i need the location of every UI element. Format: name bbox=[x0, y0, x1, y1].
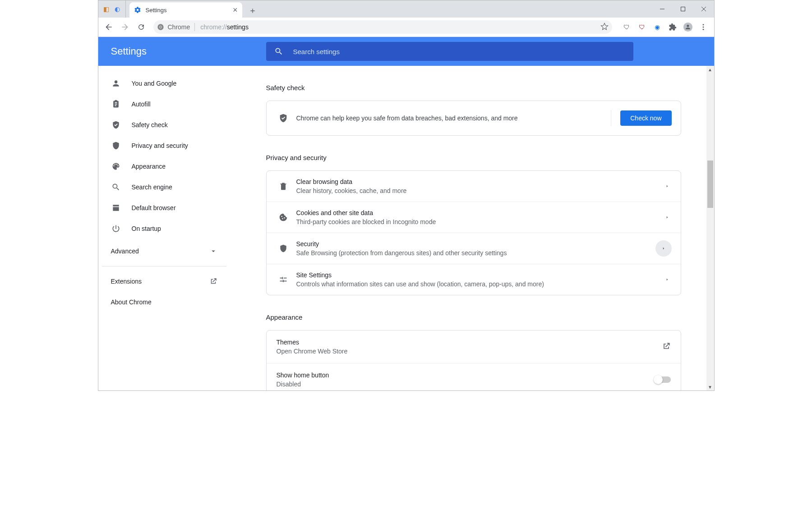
row-subtitle: Open Chrome Web Store bbox=[277, 348, 662, 355]
clipboard-icon bbox=[111, 100, 120, 109]
tab-close-button[interactable]: × bbox=[233, 6, 238, 14]
bookmark-star-icon[interactable] bbox=[600, 23, 609, 32]
safety-check-description: Chrome can help keep you safe from data … bbox=[296, 115, 602, 122]
site-identity-chip[interactable]: Chrome bbox=[157, 23, 196, 31]
sidebar-item-search-engine[interactable]: Search engine bbox=[98, 177, 230, 197]
sidebar-advanced-label: Advanced bbox=[111, 248, 139, 255]
window-minimize[interactable] bbox=[652, 0, 673, 18]
pinned-tab-2[interactable]: ◐ bbox=[113, 5, 122, 14]
settings-header: Settings bbox=[98, 37, 714, 66]
sidebar-about-label: About Chrome bbox=[111, 298, 152, 306]
scroll-up-icon[interactable]: ▲ bbox=[706, 66, 714, 73]
trash-icon bbox=[279, 182, 288, 191]
back-button[interactable] bbox=[102, 20, 115, 34]
search-settings-input[interactable] bbox=[292, 47, 625, 56]
search-icon bbox=[274, 47, 283, 56]
shield-icon bbox=[111, 141, 120, 150]
row-title: Show home button bbox=[277, 372, 655, 379]
row-subtitle: Third-party cookies are blocked in Incog… bbox=[296, 218, 655, 225]
caret-right-icon bbox=[663, 182, 672, 191]
chrome-icon bbox=[157, 23, 164, 31]
pinned-tab-1[interactable]: ◧ bbox=[102, 5, 111, 14]
section-title-safety: Safety check bbox=[266, 84, 681, 92]
window-maximize[interactable] bbox=[673, 0, 693, 18]
browser-menu-button[interactable] bbox=[699, 23, 708, 32]
sidebar-extensions-label: Extensions bbox=[111, 278, 142, 285]
row-title: Cookies and other site data bbox=[296, 209, 655, 216]
sidebar-item-appearance[interactable]: Appearance bbox=[98, 156, 230, 177]
palette-icon bbox=[111, 162, 120, 171]
appearance-list: ThemesOpen Chrome Web Store Show home bu… bbox=[266, 330, 681, 391]
sidebar-extensions-link[interactable]: Extensions bbox=[98, 271, 230, 292]
svg-rect-6 bbox=[681, 7, 685, 11]
content-scrollbar[interactable]: ▲ ▼ bbox=[706, 66, 714, 391]
sidebar-item-privacy[interactable]: Privacy and security bbox=[98, 135, 230, 156]
safety-check-card: Chrome can help keep you safe from data … bbox=[266, 101, 681, 136]
svg-point-7 bbox=[683, 23, 692, 32]
power-icon bbox=[111, 224, 120, 233]
shield-check-icon bbox=[111, 120, 120, 129]
row-subtitle: Disabled bbox=[277, 381, 655, 388]
window-icon bbox=[111, 203, 120, 212]
sidebar-item-you-and-google[interactable]: You and Google bbox=[98, 73, 230, 94]
sidebar-item-on-startup[interactable]: On startup bbox=[98, 218, 230, 239]
sidebar-item-autofill[interactable]: Autofill bbox=[98, 94, 230, 115]
row-show-home-button[interactable]: Show home buttonDisabled bbox=[267, 363, 681, 391]
sidebar-item-label: Default browser bbox=[132, 204, 176, 211]
sidebar-item-label: Privacy and security bbox=[132, 142, 188, 149]
caret-right-icon bbox=[655, 240, 672, 257]
window-close[interactable] bbox=[693, 0, 714, 18]
chevron-down-icon bbox=[209, 247, 217, 255]
settings-sidebar: You and Google Autofill Safety check Pri… bbox=[98, 66, 230, 391]
open-in-new-icon bbox=[209, 277, 217, 285]
scroll-thumb[interactable] bbox=[707, 161, 713, 208]
tab-settings[interactable]: Settings × bbox=[129, 2, 242, 18]
tab-strip: ◧ ◐ Settings × bbox=[98, 0, 714, 18]
row-subtitle: Controls what information sites can use … bbox=[296, 280, 655, 288]
row-cookies[interactable]: Cookies and other site dataThird-party c… bbox=[267, 202, 681, 233]
reload-button[interactable] bbox=[134, 20, 148, 34]
caret-right-icon bbox=[663, 275, 672, 284]
row-security[interactable]: SecuritySafe Browsing (protection from d… bbox=[267, 233, 681, 264]
tab-title: Settings bbox=[146, 7, 228, 14]
new-tab-button[interactable] bbox=[246, 4, 259, 18]
forward-button[interactable] bbox=[118, 20, 132, 34]
shield-icon bbox=[279, 244, 288, 253]
sidebar-item-label: On startup bbox=[132, 225, 161, 232]
site-identity-label: Chrome bbox=[168, 23, 190, 31]
sidebar-item-label: Autofill bbox=[132, 101, 151, 108]
sidebar-item-safety-check[interactable]: Safety check bbox=[98, 115, 230, 135]
plus-icon bbox=[249, 7, 256, 14]
address-bar[interactable]: Chrome chrome://settings bbox=[153, 20, 612, 34]
extension-icons: 🛡 🛡 ◉ bbox=[622, 23, 708, 32]
sidebar-advanced-toggle[interactable]: Advanced bbox=[98, 241, 230, 262]
search-icon bbox=[111, 183, 120, 192]
row-subtitle: Clear history, cookies, cache, and more bbox=[296, 187, 655, 194]
extension-ublock-icon[interactable]: 🛡 bbox=[622, 23, 631, 32]
sliders-icon bbox=[279, 275, 288, 284]
url-text: chrome://settings bbox=[200, 23, 249, 31]
extension-shield-red-icon[interactable]: 🛡 bbox=[637, 23, 646, 32]
pinned-tabs: ◧ ◐ bbox=[102, 0, 126, 18]
sidebar-item-default-browser[interactable]: Default browser bbox=[98, 197, 230, 218]
extensions-menu-icon[interactable] bbox=[668, 23, 677, 32]
cookie-icon bbox=[279, 213, 288, 222]
sidebar-about-link[interactable]: About Chrome bbox=[98, 292, 230, 312]
row-subtitle: Safe Browsing (protection from dangerous… bbox=[296, 249, 647, 257]
home-button-toggle[interactable] bbox=[655, 376, 671, 383]
row-site-settings[interactable]: Site SettingsControls what information s… bbox=[267, 264, 681, 295]
search-settings-box[interactable] bbox=[266, 42, 633, 61]
profile-avatar-icon[interactable] bbox=[683, 23, 692, 32]
check-now-button[interactable]: Check now bbox=[620, 110, 671, 126]
row-clear-browsing-data[interactable]: Clear browsing dataClear history, cookie… bbox=[267, 171, 681, 202]
extension-circle-icon[interactable]: ◉ bbox=[653, 23, 662, 32]
privacy-list: Clear browsing dataClear history, cookie… bbox=[266, 170, 681, 295]
page-title: Settings bbox=[111, 46, 266, 57]
scroll-down-icon[interactable]: ▼ bbox=[706, 383, 714, 391]
row-title: Security bbox=[296, 240, 647, 248]
sidebar-item-label: Appearance bbox=[132, 163, 166, 170]
caret-right-icon bbox=[663, 213, 672, 222]
person-icon bbox=[111, 79, 120, 88]
sidebar-item-label: Safety check bbox=[132, 121, 168, 128]
row-themes[interactable]: ThemesOpen Chrome Web Store bbox=[267, 330, 681, 363]
